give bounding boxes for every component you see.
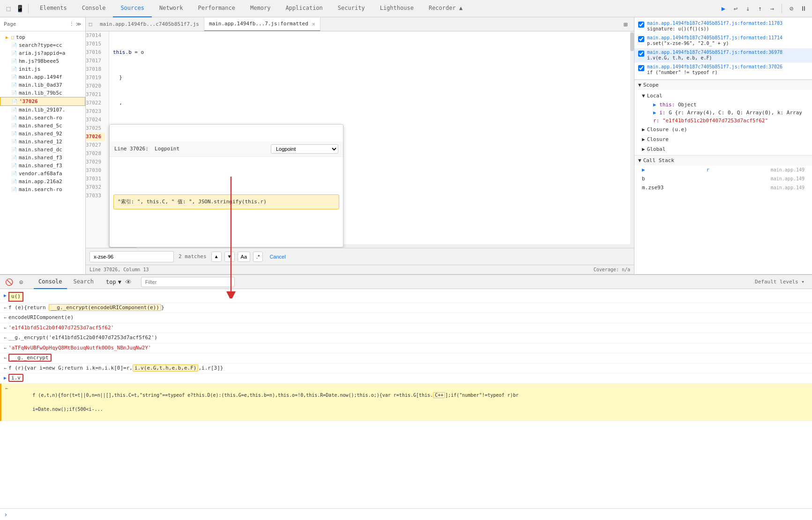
cs-current-icon: ▶ bbox=[642, 167, 645, 173]
step-over-icon[interactable]: ↩ bbox=[731, 4, 740, 13]
tree-item-label: main.shared_dc bbox=[19, 147, 62, 153]
file-icon: 📄 bbox=[11, 171, 17, 176]
tab-application[interactable]: Application bbox=[278, 0, 330, 17]
find-match-case-button[interactable]: Aa bbox=[238, 252, 250, 262]
scope-header[interactable]: ▼ Scope bbox=[634, 80, 812, 90]
local-scope-header[interactable]: ▼ Local bbox=[634, 91, 812, 101]
editor-tab-1[interactable]: main.app.1494fb...c7405b851f7.js bbox=[95, 17, 204, 31]
callstack-header[interactable]: ▼ Call Stack bbox=[634, 156, 812, 165]
tree-item-main1[interactable]: 📄 main.app.1494f bbox=[0, 73, 85, 81]
tree-item-lib3[interactable]: 📄 '37026 bbox=[0, 97, 85, 106]
more-options-icon[interactable]: ⋮ bbox=[69, 21, 74, 27]
step-into-icon[interactable]: ↓ bbox=[743, 4, 752, 13]
file-icon: 📄 bbox=[11, 67, 17, 72]
device-icon[interactable]: 📱 bbox=[15, 4, 24, 13]
bp-checkbox-1[interactable] bbox=[638, 22, 644, 28]
cs-item-r[interactable]: ▶ r main.app.149 bbox=[634, 165, 812, 174]
find-cancel-button[interactable]: Cancel bbox=[266, 252, 289, 262]
tree-item-lib4[interactable]: 📄 main.lib_29107. bbox=[0, 106, 85, 114]
bp-checkbox-3[interactable] bbox=[638, 51, 644, 57]
tab-console[interactable]: Console bbox=[74, 0, 113, 17]
level-selector[interactable]: Default levels ▾ bbox=[755, 279, 808, 285]
deactivate-breakpoints-icon[interactable]: ⊘ bbox=[787, 4, 796, 13]
tab-elements[interactable]: Elements bbox=[32, 0, 74, 17]
expand-iv[interactable]: ▶ bbox=[4, 375, 7, 380]
i-expand-icon[interactable]: ▶ bbox=[653, 110, 656, 116]
tree-item-hm[interactable]: 📄 hm.js?98beee5 bbox=[0, 57, 85, 65]
console-tab-search[interactable]: Search bbox=[69, 275, 98, 289]
console-tab-console[interactable]: Console bbox=[34, 275, 67, 289]
console-filter-input[interactable] bbox=[141, 277, 235, 287]
tree-item-main2[interactable]: 📄 main.app.216a2 bbox=[0, 178, 85, 186]
tab-sources[interactable]: Sources bbox=[113, 0, 152, 17]
editor-tab-2[interactable]: main.app.1494fb...7.js:formatted ✕ bbox=[204, 17, 320, 31]
global-scope-header[interactable]: ▶ Global bbox=[634, 144, 812, 154]
tree-item-lib1[interactable]: 📄 main.lib_0ad37 bbox=[0, 81, 85, 89]
bp-checkbox-2[interactable] bbox=[638, 36, 644, 42]
find-input[interactable] bbox=[89, 251, 174, 262]
tree-item-shared6[interactable]: 📄 main.shared_f3 bbox=[0, 162, 85, 170]
closure-scope-header[interactable]: ▶ Closure (u.e) bbox=[634, 125, 812, 134]
find-next-button[interactable]: ▼ bbox=[224, 252, 235, 262]
console-eye-icon[interactable]: 👁 bbox=[123, 277, 134, 287]
step-out-icon[interactable]: ↑ bbox=[755, 4, 765, 13]
expand-icon[interactable]: ▶ bbox=[4, 293, 7, 298]
tab-performance[interactable]: Performance bbox=[191, 0, 243, 17]
tree-item-top[interactable]: ▶ □ top bbox=[0, 33, 85, 41]
cs-name-mzse93: m.zse93 bbox=[642, 185, 663, 191]
editor-tab-2-close[interactable]: ✕ bbox=[312, 21, 315, 27]
inspect-icon[interactable]: ⬚ bbox=[4, 4, 13, 13]
scope-this-key: this: bbox=[659, 102, 678, 108]
local-title: Local bbox=[647, 93, 663, 99]
new-icon[interactable]: ≫ bbox=[76, 21, 82, 27]
tree-item-vendor[interactable]: 📄 vendor.af68afa bbox=[0, 170, 85, 178]
logpoint-type-select[interactable]: Logpoint Breakpoint Conditional breakpoi… bbox=[271, 144, 338, 154]
bp-checkbox-4[interactable] bbox=[638, 65, 644, 71]
closure2-scope-header[interactable]: ▶ Closure bbox=[634, 134, 812, 144]
tree-item-search-ro2[interactable]: 📄 main.search-ro bbox=[0, 186, 85, 193]
arrow-gencrypt2: ← bbox=[4, 355, 7, 360]
find-prev-button[interactable]: ▲ bbox=[211, 252, 222, 262]
tab-recorder[interactable]: Recorder ▲ bbox=[421, 0, 470, 17]
pause-on-exceptions-icon[interactable]: ⏸ bbox=[799, 4, 808, 13]
tree-item-shared1[interactable]: 📄 main.shared_5c bbox=[0, 122, 85, 130]
tab-memory[interactable]: Memory bbox=[243, 0, 278, 17]
editor-area[interactable]: 37014 37015 37016 37017 37018 37019 3702… bbox=[86, 31, 634, 248]
line-num: 37018 bbox=[86, 65, 105, 74]
file-icon: 📄 bbox=[11, 51, 17, 56]
tree-item-lib2[interactable]: 📄 main.lib_79b5c bbox=[0, 89, 85, 97]
line-num: 37019 bbox=[86, 74, 105, 82]
clear-console-icon[interactable]: 🚫 bbox=[4, 277, 14, 287]
cs-name-b: b bbox=[642, 176, 645, 182]
tree-item-shared5[interactable]: 📄 main.shared_f3 bbox=[0, 154, 85, 162]
tree-item-shared2[interactable]: 📄 main.shared_92 bbox=[0, 130, 85, 138]
scope-this[interactable]: ▶ this: Object bbox=[646, 101, 812, 109]
logpoint-popup: Line 37026: Logpoint Logpoint Breakpoint… bbox=[109, 124, 343, 247]
tree-item-search-ro[interactable]: 📄 main.search-ro bbox=[0, 114, 85, 122]
find-regex-button[interactable]: .* bbox=[253, 252, 263, 262]
logpoint-input[interactable]: "索引: ", this.C, " 值: ", JSON.stringify(t… bbox=[113, 194, 339, 209]
cs-item-mzse93[interactable]: m.zse93 main.app.149 bbox=[634, 183, 812, 192]
cs-item-b[interactable]: b main.app.149 bbox=[634, 174, 812, 183]
tree-item-shared4[interactable]: 📄 main.shared_dc bbox=[0, 146, 85, 154]
scope-i[interactable]: ▶ i: G {r: Array(4), C: 0, Q: Array(0), … bbox=[646, 109, 812, 117]
scrollbar[interactable] bbox=[630, 31, 634, 248]
tab-network[interactable]: Network bbox=[152, 0, 191, 17]
tab-list-icon[interactable]: ⬚ bbox=[86, 17, 95, 31]
scrollbar-thumb[interactable] bbox=[630, 32, 634, 51]
tree-item-search[interactable]: 📄 search?type=cc bbox=[0, 41, 85, 49]
editor-split-icon[interactable]: ⊞ bbox=[621, 20, 630, 29]
main-layout: Page ⋮ ≫ ▶ □ top 📄 search?type=cc 📄 aria… bbox=[0, 17, 812, 274]
tree-item-shared3[interactable]: 📄 main.shared_12 bbox=[0, 138, 85, 146]
console-settings-icon[interactable]: ⊙ bbox=[16, 277, 26, 287]
local-scope-items: ▶ this: Object ▶ i: G {r: Array(4), C: 0… bbox=[634, 101, 812, 125]
tab-security[interactable]: Security bbox=[330, 0, 372, 17]
step-icon[interactable]: → bbox=[767, 4, 777, 13]
tree-item-init[interactable]: 📄 init.js bbox=[0, 65, 85, 73]
console-input[interactable] bbox=[10, 512, 808, 518]
tab-lighthouse[interactable]: Lighthouse bbox=[372, 0, 421, 17]
line-num: 37032 bbox=[86, 183, 105, 192]
resume-icon[interactable]: ▶ bbox=[719, 4, 728, 13]
tree-item-aria[interactable]: 📄 aria.js?appid=a bbox=[0, 49, 85, 57]
this-expand-icon[interactable]: ▶ bbox=[653, 102, 656, 108]
